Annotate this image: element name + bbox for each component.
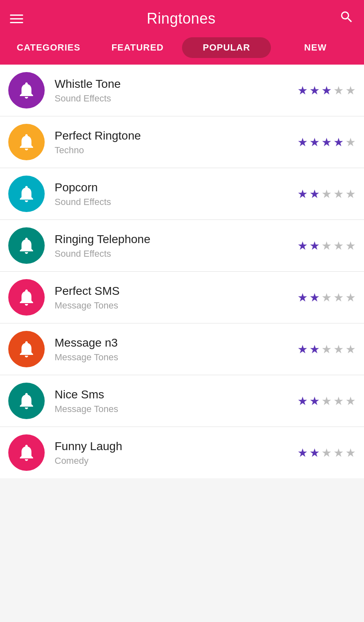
star-empty: ★ bbox=[333, 342, 344, 356]
star-filled: ★ bbox=[309, 394, 320, 408]
star-filled: ★ bbox=[309, 291, 320, 304]
star-filled: ★ bbox=[297, 187, 308, 201]
list-item[interactable]: Funny Laugh Comedy ★★★★★ bbox=[0, 427, 364, 478]
list-item[interactable]: Ringing Telephone Sound Effects ★★★★★ bbox=[0, 220, 364, 272]
tab-categories[interactable]: CATEGORIES bbox=[4, 37, 93, 58]
item-title: Nice Sms bbox=[55, 387, 297, 402]
list-item[interactable]: Nice Sms Message Tones ★★★★★ bbox=[0, 375, 364, 427]
star-filled: ★ bbox=[309, 135, 320, 149]
search-icon[interactable] bbox=[339, 10, 354, 28]
star-empty: ★ bbox=[333, 291, 344, 304]
item-text: Funny Laugh Comedy bbox=[55, 439, 297, 466]
item-category: Message Tones bbox=[55, 352, 297, 363]
star-empty: ★ bbox=[321, 446, 332, 460]
star-filled: ★ bbox=[309, 239, 320, 253]
item-category: Sound Effects bbox=[55, 197, 297, 207]
item-title: Message n3 bbox=[55, 335, 297, 350]
star-empty: ★ bbox=[321, 291, 332, 304]
list-item[interactable]: Whistle Tone Sound Effects ★★★★★ bbox=[0, 65, 364, 116]
tab-featured[interactable]: FEATURED bbox=[93, 37, 182, 58]
item-text: Nice Sms Message Tones bbox=[55, 387, 297, 415]
tab-new[interactable]: NEW bbox=[271, 37, 360, 58]
star-rating: ★★★★★ bbox=[297, 342, 356, 356]
star-rating: ★★★★★ bbox=[297, 446, 356, 460]
star-empty: ★ bbox=[321, 239, 332, 253]
item-icon bbox=[8, 176, 45, 212]
star-empty: ★ bbox=[345, 446, 356, 460]
star-empty: ★ bbox=[345, 239, 356, 253]
star-empty: ★ bbox=[345, 187, 356, 201]
star-filled: ★ bbox=[309, 187, 320, 201]
star-filled: ★ bbox=[321, 84, 332, 97]
item-text: Perfect Ringtone Techno bbox=[55, 128, 297, 156]
star-filled: ★ bbox=[297, 239, 308, 253]
item-title: Ringing Telephone bbox=[55, 232, 297, 247]
item-text: Popcorn Sound Effects bbox=[55, 180, 297, 207]
item-category: Sound Effects bbox=[55, 93, 297, 104]
star-filled: ★ bbox=[297, 291, 308, 304]
item-icon bbox=[8, 383, 45, 419]
star-filled: ★ bbox=[333, 135, 344, 149]
star-empty: ★ bbox=[321, 342, 332, 356]
star-empty: ★ bbox=[345, 84, 356, 97]
list-item[interactable]: Popcorn Sound Effects ★★★★★ bbox=[0, 168, 364, 220]
item-title: Perfect Ringtone bbox=[55, 128, 297, 143]
star-rating: ★★★★★ bbox=[297, 291, 356, 304]
star-filled: ★ bbox=[309, 446, 320, 460]
item-icon bbox=[8, 227, 45, 264]
item-title: Whistle Tone bbox=[55, 77, 297, 92]
item-text: Perfect SMS Message Tones bbox=[55, 284, 297, 311]
item-text: Ringing Telephone Sound Effects bbox=[55, 232, 297, 259]
item-icon bbox=[8, 279, 45, 316]
star-empty: ★ bbox=[321, 187, 332, 201]
star-empty: ★ bbox=[333, 394, 344, 408]
star-empty: ★ bbox=[321, 394, 332, 408]
star-filled: ★ bbox=[309, 342, 320, 356]
item-icon bbox=[8, 331, 45, 367]
star-filled: ★ bbox=[309, 84, 320, 97]
item-category: Techno bbox=[55, 145, 297, 156]
star-empty: ★ bbox=[333, 187, 344, 201]
star-filled: ★ bbox=[297, 394, 308, 408]
tab-bar: CATEGORIES FEATURED POPULAR NEW bbox=[0, 37, 364, 65]
star-rating: ★★★★★ bbox=[297, 239, 356, 253]
star-filled: ★ bbox=[297, 446, 308, 460]
star-empty: ★ bbox=[345, 394, 356, 408]
app-title: Ringtones bbox=[147, 10, 216, 27]
item-text: Whistle Tone Sound Effects bbox=[55, 77, 297, 104]
star-rating: ★★★★★ bbox=[297, 394, 356, 408]
item-title: Funny Laugh bbox=[55, 439, 297, 454]
list-item[interactable]: Perfect Ringtone Techno ★★★★★ bbox=[0, 116, 364, 168]
star-rating: ★★★★★ bbox=[297, 84, 356, 97]
app-header: Ringtones bbox=[0, 0, 364, 37]
star-empty: ★ bbox=[333, 84, 344, 97]
menu-icon[interactable] bbox=[10, 14, 23, 23]
tab-popular[interactable]: POPULAR bbox=[182, 37, 271, 58]
list-item[interactable]: Perfect SMS Message Tones ★★★★★ bbox=[0, 272, 364, 323]
star-empty: ★ bbox=[333, 446, 344, 460]
item-icon bbox=[8, 72, 45, 108]
star-filled: ★ bbox=[297, 342, 308, 356]
content-area: Whistle Tone Sound Effects ★★★★★ Perfect… bbox=[0, 65, 364, 478]
ringtone-list: Whistle Tone Sound Effects ★★★★★ Perfect… bbox=[0, 65, 364, 478]
star-empty: ★ bbox=[333, 239, 344, 253]
item-icon bbox=[8, 124, 45, 160]
item-category: Comedy bbox=[55, 456, 297, 466]
star-filled: ★ bbox=[297, 84, 308, 97]
star-empty: ★ bbox=[345, 342, 356, 356]
star-filled: ★ bbox=[321, 135, 332, 149]
star-rating: ★★★★★ bbox=[297, 187, 356, 201]
star-filled: ★ bbox=[297, 135, 308, 149]
list-item[interactable]: Message n3 Message Tones ★★★★★ bbox=[0, 323, 364, 375]
star-rating: ★★★★★ bbox=[297, 135, 356, 149]
item-category: Message Tones bbox=[55, 300, 297, 311]
item-title: Popcorn bbox=[55, 180, 297, 195]
item-title: Perfect SMS bbox=[55, 284, 297, 299]
star-empty: ★ bbox=[345, 291, 356, 304]
item-category: Message Tones bbox=[55, 404, 297, 415]
item-icon bbox=[8, 434, 45, 471]
star-empty: ★ bbox=[345, 135, 356, 149]
item-text: Message n3 Message Tones bbox=[55, 335, 297, 363]
item-category: Sound Effects bbox=[55, 248, 297, 259]
